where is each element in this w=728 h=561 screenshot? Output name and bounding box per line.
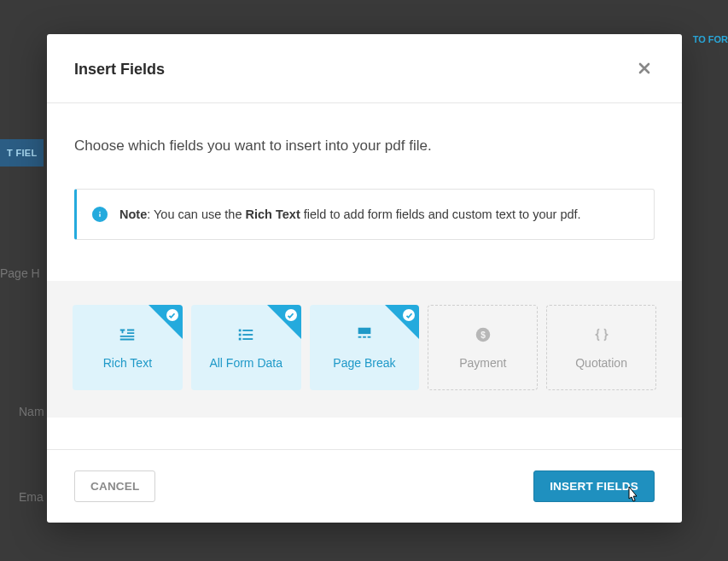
svg-text:$: $: [480, 330, 486, 340]
card-label: Rich Text: [103, 356, 152, 370]
svg-rect-1: [99, 213, 100, 217]
svg-rect-10: [363, 336, 366, 338]
selected-corner: [385, 305, 419, 339]
modal-footer: CANCEL INSERT FIELDS: [47, 449, 682, 523]
svg-rect-5: [243, 334, 253, 336]
card-page-break[interactable]: Page Break: [310, 305, 420, 390]
svg-rect-9: [358, 336, 362, 338]
svg-rect-8: [358, 328, 371, 334]
page-break-icon: [355, 325, 374, 344]
selected-corner: [267, 305, 301, 339]
svg-rect-2: [239, 330, 242, 332]
modal-subtitle: Choose which fields you want to insert i…: [74, 137, 655, 155]
card-all-form-data[interactable]: All Form Data: [191, 305, 301, 390]
note-label: Note: [119, 207, 147, 221]
card-rich-text[interactable]: Rich Text: [73, 305, 183, 390]
note-after: field to add form fields and custom text…: [300, 207, 581, 221]
close-icon: [638, 58, 651, 79]
note-before: : You can use the: [147, 207, 245, 221]
bg-insert-fields-fragment: T FIEL: [0, 139, 44, 167]
bg-label-pageheader: Page H: [0, 266, 40, 280]
bg-link-fragment: TO FOR: [693, 34, 728, 44]
info-icon: [92, 207, 108, 222]
card-label: All Form Data: [209, 356, 282, 370]
modal-title: Insert Fields: [74, 61, 165, 79]
bg-label-email: Ema: [19, 490, 44, 504]
rich-text-icon: [118, 325, 137, 344]
svg-rect-3: [243, 330, 253, 331]
dollar-icon: $: [474, 325, 492, 344]
svg-rect-7: [243, 338, 253, 340]
braces-icon: [592, 325, 611, 344]
note-bold: Rich Text: [246, 207, 300, 221]
modal-body: Choose which fields you want to insert i…: [47, 103, 682, 248]
card-quotation[interactable]: Quotation: [546, 305, 656, 390]
check-icon: [285, 309, 297, 321]
selected-corner: [149, 305, 183, 339]
field-cards: Rich Text All Form Data Page Break: [73, 305, 656, 390]
svg-rect-11: [368, 336, 371, 338]
insert-fields-modal: Insert Fields Choose which fields you wa…: [47, 34, 682, 523]
card-label: Payment: [459, 356, 506, 370]
note-box: Note: You can use the Rich Text field to…: [74, 189, 655, 240]
bg-label-name: Nam: [19, 405, 44, 418]
svg-rect-4: [239, 334, 242, 336]
cancel-button[interactable]: CANCEL: [74, 470, 155, 502]
check-icon: [166, 309, 178, 321]
card-payment[interactable]: $ Payment: [428, 305, 538, 390]
close-button[interactable]: [634, 56, 655, 82]
svg-rect-6: [239, 338, 242, 341]
list-icon: [236, 325, 255, 344]
field-cards-strip: Rich Text All Form Data Page Break: [47, 281, 682, 418]
note-text: Note: You can use the Rich Text field to…: [119, 207, 581, 221]
card-label: Page Break: [333, 356, 395, 370]
modal-header: Insert Fields: [47, 34, 682, 103]
insert-fields-button[interactable]: INSERT FIELDS: [533, 470, 655, 502]
svg-point-0: [99, 212, 101, 213]
card-label: Quotation: [575, 356, 627, 370]
